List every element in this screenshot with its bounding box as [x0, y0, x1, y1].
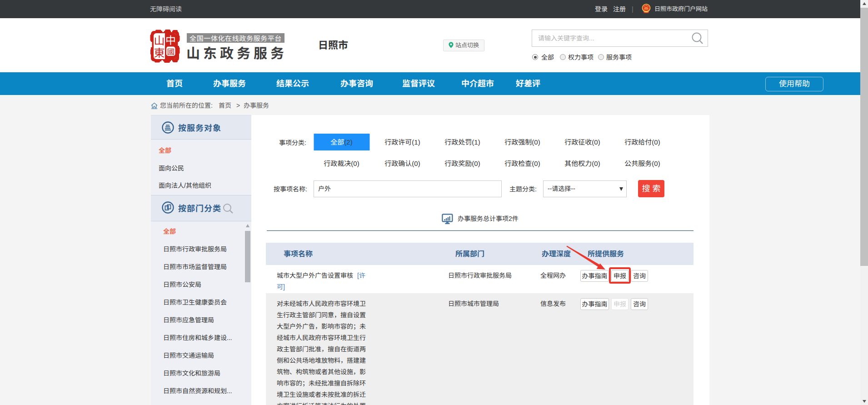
svg-text:東: 東: [154, 44, 165, 60]
svg-text:中: 中: [165, 32, 176, 47]
svg-text:國: 國: [167, 46, 175, 57]
